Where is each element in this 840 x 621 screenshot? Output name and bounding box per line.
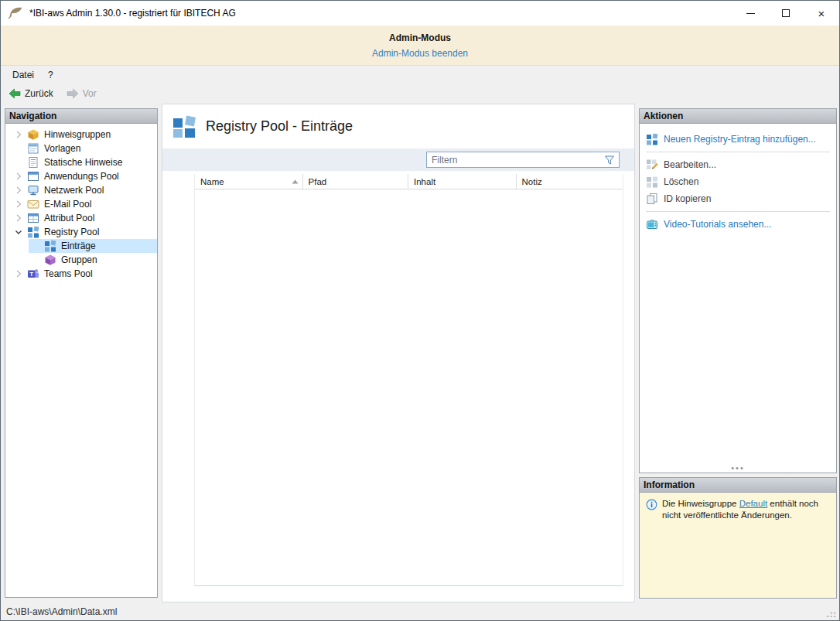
window-title: *IBI-aws Admin 1.30.0 - registriert für …	[29, 8, 732, 19]
chevron-right-icon[interactable]	[12, 184, 25, 196]
actions-separator	[646, 211, 830, 212]
edit-action[interactable]: Bearbeiten...	[640, 156, 836, 173]
panel-splitter-handle[interactable]: •••	[640, 464, 836, 472]
nav-item-vorlagen[interactable]: Vorlagen	[5, 142, 157, 155]
email-icon	[27, 198, 39, 210]
navigation-tree: Hinweisgruppen Vorlagen Statische Hinwei…	[5, 124, 157, 281]
svg-text:T: T	[29, 271, 33, 278]
attribute-icon	[27, 212, 39, 224]
table-body-empty[interactable]	[195, 189, 623, 585]
page-title: Registry Pool - Einträge	[206, 118, 353, 135]
title-bar: *IBI-aws Admin 1.30.0 - registriert für …	[1, 1, 839, 26]
tv-icon	[646, 218, 658, 230]
nav-toolbar: Zurück Vor	[1, 84, 839, 103]
video-tutorials-action[interactable]: Video-Tutorials ansehen...	[640, 216, 836, 233]
teams-icon: T	[27, 268, 39, 280]
application-icon	[27, 170, 39, 183]
nav-item-anwendungs-pool[interactable]: Anwendungs Pool	[5, 169, 157, 183]
copy-icon	[646, 193, 658, 205]
main-panel: Registry Pool - Einträge Name Pfad	[162, 104, 635, 602]
actions-separator	[646, 152, 830, 152]
maximize-button[interactable]	[768, 1, 804, 26]
column-header-notiz[interactable]: Notiz	[517, 174, 623, 189]
chevron-down-icon[interactable]	[12, 226, 25, 238]
network-icon	[27, 184, 39, 196]
add-registry-entry-action[interactable]: Neuen Registry-Eintrag hinzufügen...	[640, 131, 836, 148]
admin-mode-title: Admin-Modus	[1, 32, 839, 43]
navigation-panel: Navigation Hinweisgruppen Vorlagen Stati…	[5, 108, 158, 598]
actions-panel: Aktionen Neuen Registry-Eintrag hinzufüg…	[639, 108, 837, 473]
copy-id-action[interactable]: ID kopieren	[640, 190, 836, 207]
nav-item-gruppen[interactable]: Gruppen	[5, 253, 157, 267]
static-hints-icon	[27, 156, 39, 169]
default-hint-group-link[interactable]: Default	[739, 499, 767, 508]
admin-mode-exit-link[interactable]: Admin-Modus beenden	[372, 48, 468, 59]
add-registry-entry-icon	[646, 133, 658, 145]
nav-item-teams-pool[interactable]: T Teams Pool	[5, 267, 157, 281]
edit-pencil-icon	[646, 159, 658, 171]
info-icon	[646, 499, 657, 510]
column-header-pfad[interactable]: Pfad	[303, 174, 409, 189]
column-header-name[interactable]: Name	[195, 174, 303, 189]
app-window: *IBI-aws Admin 1.30.0 - registriert für …	[0, 0, 840, 621]
menu-datei[interactable]: Datei	[5, 67, 41, 83]
minimize-button[interactable]	[732, 1, 768, 26]
filter-funnel-icon[interactable]	[602, 155, 617, 165]
templates-icon	[27, 142, 39, 155]
chevron-right-icon[interactable]	[12, 170, 25, 183]
information-header: Information	[640, 478, 836, 493]
registry-entries-table: Name Pfad Inhalt Notiz	[194, 174, 623, 586]
information-message: Die Hinweisgruppe Default enthält noch n…	[640, 493, 836, 598]
chevron-right-icon[interactable]	[12, 128, 25, 141]
registry-icon	[44, 240, 56, 252]
action-list: Neuen Registry-Eintrag hinzufügen... Bea…	[640, 124, 836, 233]
resize-grip[interactable]: .::	[827, 609, 837, 619]
nav-item-email-pool[interactable]: E-Mail Pool	[5, 197, 157, 211]
actions-header: Aktionen	[640, 109, 836, 124]
app-quill-icon	[8, 7, 23, 19]
registry-icon	[27, 226, 39, 238]
nav-item-netzwerk-pool[interactable]: Netzwerk Pool	[5, 183, 157, 197]
filter-box	[426, 152, 620, 168]
nav-item-eintraege[interactable]: Einträge	[5, 239, 157, 253]
back-arrow-icon	[9, 87, 21, 100]
forward-button[interactable]: Vor	[63, 86, 101, 101]
menu-bar: Datei ?	[1, 66, 839, 84]
chevron-right-icon[interactable]	[12, 268, 25, 280]
chevron-right-icon[interactable]	[12, 198, 25, 210]
delete-icon	[646, 176, 658, 188]
navigation-header: Navigation	[5, 109, 157, 124]
close-button[interactable]: ×	[804, 1, 839, 26]
column-header-inhalt[interactable]: Inhalt	[408, 174, 516, 189]
page-title-row: Registry Pool - Einträge	[162, 104, 634, 148]
filter-input[interactable]	[427, 155, 602, 165]
menu-help[interactable]: ?	[41, 67, 60, 83]
hint-groups-icon	[27, 128, 39, 141]
nav-item-hinweisgruppen[interactable]: Hinweisgruppen	[5, 128, 157, 142]
nav-item-statische-hinweise[interactable]: Statische Hinweise	[5, 155, 157, 169]
content-area: Navigation Hinweisgruppen Vorlagen Stati…	[1, 103, 839, 603]
filter-band	[162, 148, 634, 171]
table-header-row: Name Pfad Inhalt Notiz	[195, 174, 623, 189]
sort-ascending-icon	[292, 179, 299, 184]
registry-icon-large	[172, 115, 196, 138]
back-button[interactable]: Zurück	[5, 86, 57, 101]
information-panel: Information Die Hinweisgruppe Default en…	[639, 477, 837, 599]
nav-item-attribut-pool[interactable]: Attribut Pool	[5, 211, 157, 225]
data-file-path: C:\IBI-aws\Admin\Data.xml	[6, 606, 117, 617]
status-bar: C:\IBI-aws\Admin\Data.xml .::	[1, 603, 839, 620]
nav-item-registry-pool[interactable]: Registry Pool	[5, 225, 157, 239]
chevron-right-icon[interactable]	[12, 212, 25, 224]
groups-icon	[44, 254, 56, 266]
admin-mode-banner: Admin-Modus Admin-Modus beenden	[1, 26, 839, 66]
delete-action[interactable]: Löschen	[640, 173, 836, 190]
forward-arrow-icon	[67, 87, 79, 100]
